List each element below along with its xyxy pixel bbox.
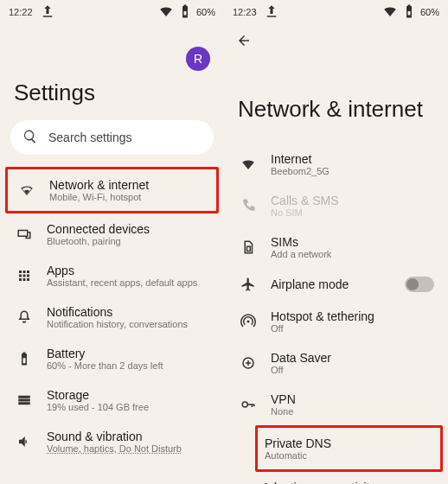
item-label: VPN: [271, 392, 434, 406]
wifi-icon: [158, 3, 174, 21]
network-item-vpn[interactable]: VPN None: [229, 384, 443, 425]
network-item-internet[interactable]: Internet Beebom2_5G: [229, 143, 443, 185]
item-label: Apps: [47, 264, 210, 277]
search-icon: [22, 129, 38, 147]
item-label: Private DNS: [265, 436, 432, 450]
sound-icon: [14, 434, 35, 449]
item-sub: Off: [271, 365, 434, 375]
wifi-icon: [16, 182, 37, 198]
settings-item-network[interactable]: Network & internet Mobile, Wi-Fi, hotspo…: [5, 167, 219, 213]
item-label: Calls & SMS: [271, 194, 434, 207]
item-label: Airplane mode: [271, 277, 393, 291]
battery-icon: [14, 351, 35, 366]
settings-item-notifications[interactable]: Notifications Notification history, conv…: [5, 296, 219, 338]
status-time: 12:23: [233, 7, 257, 17]
item-sub: Volume, haptics, Do Not Disturb: [47, 443, 210, 454]
bell-icon: [14, 309, 35, 325]
item-label: Sound & vibration: [47, 430, 210, 443]
storage-icon: [14, 392, 35, 408]
item-sub: Beebom2_5G: [271, 166, 434, 176]
item-sub: Add a network: [271, 249, 434, 259]
apps-icon: [14, 268, 35, 283]
item-label: Data Saver: [271, 351, 434, 365]
upload-icon: [40, 3, 55, 21]
item-label: Internet: [271, 152, 434, 166]
upload-icon: [264, 3, 279, 21]
item-label: Network & internet: [49, 178, 208, 192]
network-item-sims[interactable]: SIMs Add a network: [229, 226, 443, 268]
item-sub: 60% - More than 2 days left: [47, 360, 210, 371]
svg-point-0: [247, 321, 250, 323]
item-sub: None: [271, 406, 434, 417]
item-sub: 19% used - 104 GB free: [47, 402, 210, 412]
network-item-hotspot[interactable]: Hotspot & tethering Off: [229, 301, 443, 342]
back-button[interactable]: [224, 24, 448, 61]
page-title: Network & internet: [224, 61, 448, 143]
settings-item-apps[interactable]: Apps Assistant, recent apps, default app…: [5, 255, 219, 296]
item-sub: Assistant, recent apps, default apps: [47, 277, 210, 288]
item-sub: Automatic: [265, 450, 432, 461]
network-screen: 12:23 60% Network & internet Internet: [224, 0, 448, 484]
item-label: Connected devices: [47, 222, 210, 236]
wifi-icon: [382, 3, 398, 21]
settings-item-battery[interactable]: Battery 60% - More than 2 days left: [5, 338, 219, 379]
page-title: Settings: [0, 71, 224, 120]
battery-pct: 60%: [196, 7, 215, 17]
vpn-key-icon: [238, 397, 259, 412]
item-sub: Mobile, Wi-Fi, hotspot: [49, 192, 208, 202]
datasaver-icon: [238, 355, 259, 371]
settings-item-sound[interactable]: Sound & vibration Volume, haptics, Do No…: [5, 421, 219, 462]
settings-item-storage[interactable]: Storage 19% used - 104 GB free: [5, 379, 219, 421]
svg-point-2: [242, 402, 247, 407]
item-label: SIMs: [271, 235, 434, 249]
devices-icon: [14, 226, 35, 242]
item-label: Battery: [47, 347, 210, 360]
network-item-airplane[interactable]: Airplane mode: [229, 268, 443, 301]
battery-icon: [177, 3, 193, 21]
search-placeholder: Search settings: [48, 131, 132, 144]
hotspot-icon: [238, 314, 259, 329]
settings-item-connected[interactable]: Connected devices Bluetooth, pairing: [5, 213, 219, 255]
profile-avatar[interactable]: R: [186, 47, 210, 71]
status-bar: 12:23 60%: [224, 0, 448, 24]
item-label: Storage: [47, 388, 210, 402]
battery-pct: 60%: [420, 7, 439, 17]
wifi-icon: [238, 156, 259, 172]
item-label: Notifications: [47, 305, 210, 319]
network-item-calls[interactable]: Calls & SMS No SIM: [229, 185, 443, 226]
settings-screen: 12:22 60% R Settings Search settings: [0, 0, 224, 484]
item-label: Adaptive connectivity: [262, 481, 434, 484]
item-sub: Bluetooth, pairing: [47, 236, 210, 246]
sim-icon: [238, 239, 259, 255]
network-item-adaptive[interactable]: Adaptive connectivity: [255, 472, 443, 484]
item-label: Hotspot & tethering: [271, 309, 434, 323]
item-sub: No SIM: [271, 207, 434, 218]
item-sub: Off: [271, 323, 434, 334]
airplane-toggle[interactable]: [405, 277, 434, 292]
item-sub: Notification history, conversations: [47, 319, 210, 329]
status-time: 12:22: [9, 7, 33, 17]
airplane-icon: [238, 277, 259, 292]
network-item-datasaver[interactable]: Data Saver Off: [229, 342, 443, 384]
status-bar: 12:22 60%: [0, 0, 224, 24]
phone-icon: [238, 198, 259, 213]
battery-icon: [401, 3, 417, 21]
network-item-private-dns[interactable]: Private DNS Automatic: [255, 425, 443, 472]
search-settings-input[interactable]: Search settings: [10, 120, 214, 155]
